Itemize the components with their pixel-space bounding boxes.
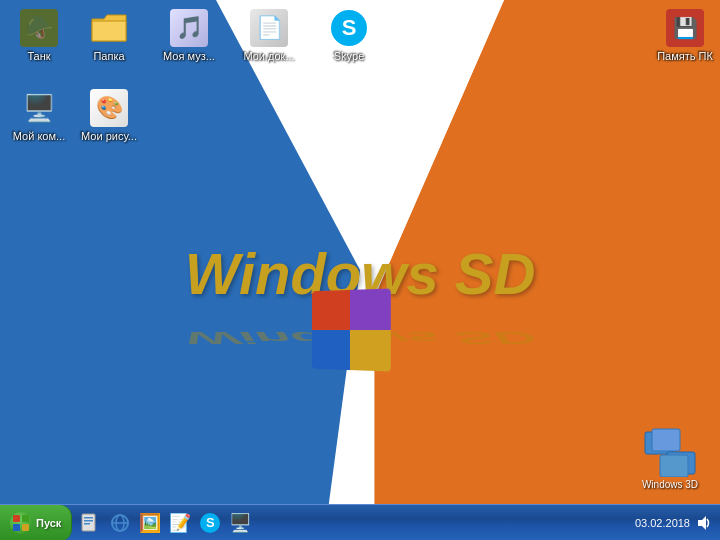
taskbar-skype-icon: S: [200, 513, 220, 533]
taskbar-ie-svg: [110, 513, 130, 533]
taskbar-quick-launch: 🖼️ 📝 S 🖥️: [72, 505, 258, 540]
svg-rect-6: [13, 524, 20, 531]
svg-rect-3: [660, 455, 688, 477]
svg-rect-10: [84, 520, 93, 522]
docs-icon-box: 📄: [250, 9, 288, 47]
computer-icon-img: 🖥️: [19, 88, 59, 128]
svg-rect-8: [82, 514, 95, 531]
paint-icon-img: 🎨: [89, 88, 129, 128]
taskbar-icon-paint[interactable]: 🖼️: [136, 509, 164, 537]
svg-rect-11: [84, 523, 90, 525]
icon-my-computer[interactable]: 🖥️ Мой ком...: [4, 84, 74, 147]
flag-purple: [350, 289, 391, 330]
icon-my-docs[interactable]: 📄 Мои док...: [234, 4, 304, 67]
start-button[interactable]: Пуск: [0, 505, 72, 541]
taskbar-clock: 03.02.2018: [635, 517, 690, 529]
memory-icon-img: 💾: [665, 8, 705, 48]
taskbar-icon-note[interactable]: 📝: [166, 509, 194, 537]
folder-icon-img: [89, 8, 129, 48]
flag-red: [312, 290, 350, 330]
tray-icon-sound: [696, 515, 712, 531]
taskbar-docs-svg: [80, 513, 100, 533]
taskbar-computer-emoji: 🖥️: [229, 512, 251, 534]
taskbar-paint-emoji: 🖼️: [139, 512, 161, 534]
flag-blue: [312, 330, 350, 370]
icon-skype-label: Skype: [334, 50, 365, 63]
taskbar-icon-ie[interactable]: [106, 509, 134, 537]
icon-my-drawings[interactable]: 🎨 Мои рису...: [74, 84, 144, 147]
svg-rect-7: [22, 524, 29, 531]
music-icon-img: 🎵: [169, 8, 209, 48]
svg-rect-9: [84, 517, 93, 519]
music-icon-box: 🎵: [170, 9, 208, 47]
icon-tank-label: Танк: [27, 50, 50, 63]
svg-marker-15: [698, 516, 706, 530]
icon-folder-label: Папка: [93, 50, 124, 63]
svg-rect-4: [13, 515, 20, 522]
taskbar: Пуск 🖼️: [0, 504, 720, 540]
memory-icon-box: 💾: [666, 9, 704, 47]
taskbar-icon-computer[interactable]: 🖥️: [226, 509, 254, 537]
folder-svg: [90, 11, 128, 45]
taskbar-note-emoji: 📝: [169, 512, 191, 534]
system-tray: 03.02.2018: [627, 515, 720, 531]
windows-3d-label: Windows 3D: [642, 479, 698, 490]
icon-my-drawings-label: Мои рису...: [81, 130, 137, 143]
taskbar-icon-skype[interactable]: S: [196, 509, 224, 537]
flag-yellow: [350, 330, 391, 371]
skype-icon-box: S: [331, 10, 367, 46]
icon-folder[interactable]: Папка: [74, 4, 144, 67]
icon-my-music-label: Моя муз...: [163, 50, 215, 63]
start-label: Пуск: [36, 517, 61, 529]
skype-icon-img: S: [329, 8, 369, 48]
tank-icon-img: 🪖: [19, 8, 59, 48]
svg-rect-1: [652, 429, 680, 451]
icon-my-music[interactable]: 🎵 Моя муз...: [154, 4, 224, 67]
paint-icon-box: 🎨: [90, 89, 128, 127]
icon-memory[interactable]: 💾 Память ПК: [650, 4, 720, 67]
icon-my-computer-label: Мой ком...: [13, 130, 65, 143]
windows-flag-logo: [310, 290, 410, 380]
svg-rect-5: [22, 515, 29, 522]
windows-logo-small: [12, 514, 30, 532]
computer-icon-box: 🖥️: [20, 89, 58, 127]
windows-3d-svg: [640, 427, 700, 477]
windows-3d-logo-area: Windows 3D: [640, 427, 700, 490]
icon-skype[interactable]: S Skype: [314, 4, 384, 67]
start-orb-icon: [10, 512, 32, 534]
desktop: Windows SD Windows SD Windows 3D 🪖 Танк: [0, 0, 720, 540]
icon-memory-label: Память ПК: [657, 50, 713, 63]
taskbar-icon-docs[interactable]: [76, 509, 104, 537]
icon-my-docs-label: Мои док...: [243, 50, 294, 63]
tank-icon-box: 🪖: [20, 9, 58, 47]
icon-tank[interactable]: 🪖 Танк: [4, 4, 74, 67]
docs-icon-img: 📄: [249, 8, 289, 48]
